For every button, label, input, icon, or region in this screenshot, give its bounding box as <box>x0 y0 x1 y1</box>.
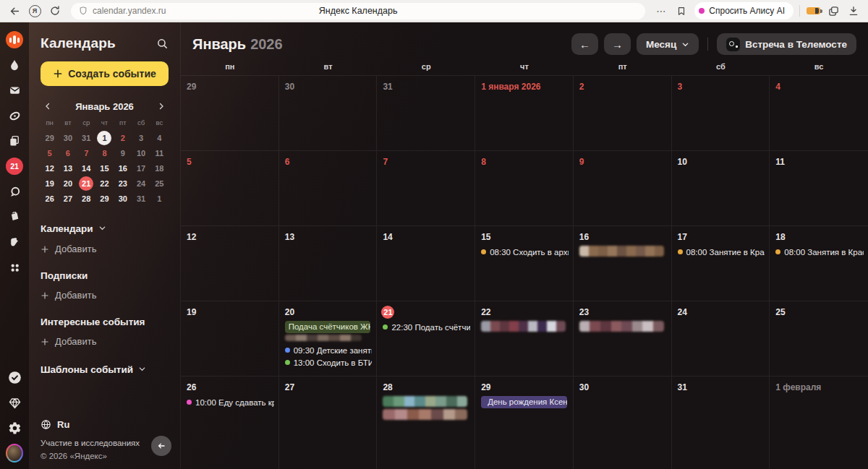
yandex-logo-icon[interactable]: Я <box>27 4 42 18</box>
mini-day-cell[interactable]: 7 <box>77 146 95 160</box>
reload-icon[interactable] <box>48 4 62 18</box>
day-cell[interactable]: 10 <box>672 150 770 225</box>
day-cell[interactable]: 5 <box>181 150 279 225</box>
mini-day-cell[interactable]: 29 <box>41 131 59 145</box>
calendar-app-icon[interactable]: 21 <box>6 158 23 175</box>
mini-day-cell[interactable]: 18 <box>150 161 169 176</box>
mini-day-cell[interactable]: 30 <box>59 131 77 145</box>
view-mode-dropdown[interactable]: Месяц <box>637 33 699 55</box>
more-icon[interactable]: ⋯ <box>654 4 668 18</box>
day-cell[interactable]: 30 <box>574 376 672 469</box>
mini-day-cell[interactable]: 20 <box>59 176 77 191</box>
day-cell[interactable]: 31 <box>672 376 770 469</box>
sidebar-section-header[interactable]: Календари <box>41 222 169 235</box>
day-cell[interactable]: 7 <box>377 150 475 225</box>
prev-month-button[interactable]: ← <box>571 33 598 55</box>
add-item-button[interactable]: Добавить <box>41 336 169 347</box>
mini-day-cell[interactable]: 31 <box>77 131 95 145</box>
day-cell[interactable]: 1708:00 Занятие в Красн... <box>672 225 770 301</box>
ask-alice-button[interactable]: Спросить Алису AI <box>694 2 793 20</box>
mini-day-cell[interactable]: 19 <box>41 176 59 191</box>
day-cell[interactable]: 2122:30 Подать счётчики <box>377 301 475 376</box>
day-cell[interactable]: 1808:00 Занятия в Красн... <box>770 225 868 301</box>
redacted-event[interactable] <box>579 321 664 332</box>
redacted-event[interactable] <box>481 321 566 332</box>
mini-day-cell[interactable]: 9 <box>114 146 132 160</box>
mini-prev-icon[interactable] <box>42 100 54 112</box>
mini-day-cell[interactable]: 26 <box>41 192 59 206</box>
mini-day-cell[interactable]: 10 <box>132 146 150 160</box>
day-cell[interactable]: 16 <box>574 225 672 301</box>
mini-day-cell[interactable]: 27 <box>59 192 77 206</box>
day-cell[interactable]: 9 <box>574 150 672 225</box>
mini-day-cell[interactable]: 6 <box>59 146 77 160</box>
event-item[interactable]: 22:30 Подать счётчики <box>383 321 470 333</box>
settings-gear-icon[interactable] <box>6 419 23 436</box>
collapse-sidebar-button[interactable] <box>151 436 171 456</box>
mini-day-cell[interactable]: 21 <box>77 176 95 191</box>
premium-diamond-icon[interactable] <box>6 394 23 411</box>
back-icon[interactable] <box>7 4 22 18</box>
mini-day-cell[interactable]: 17 <box>132 161 150 176</box>
mini-day-cell[interactable]: 28 <box>77 192 95 206</box>
mini-day-cell[interactable]: 24 <box>132 176 150 191</box>
day-cell[interactable]: 1 февраля <box>770 376 868 469</box>
mini-day-cell[interactable]: 29 <box>95 192 114 206</box>
yandex-id-logo[interactable] <box>6 31 23 48</box>
day-cell[interactable]: 1 января 2026 <box>475 75 574 150</box>
day-cell[interactable]: 25 <box>770 301 868 376</box>
telemost-meeting-button[interactable]: Встреча в Телемосте <box>717 33 856 55</box>
mini-day-cell[interactable]: 3 <box>132 131 150 145</box>
create-event-button[interactable]: Создать событие <box>41 61 169 86</box>
mini-day-cell[interactable]: 30 <box>114 192 132 206</box>
day-cell[interactable]: 2 <box>574 75 672 150</box>
redacted-event[interactable] <box>383 396 467 407</box>
event-item[interactable]: 09:30 Детские занятия <box>285 344 373 356</box>
day-cell[interactable]: 29День рождения Ксен... <box>475 376 574 469</box>
research-link[interactable]: Участие в исследованиях <box>41 439 169 447</box>
day-cell[interactable]: 20Подача счётчиков ЖК П...09:30 Детские … <box>279 301 378 376</box>
event-item[interactable]: 08:30 Сходить в архите... <box>481 246 569 258</box>
address-bar[interactable]: calendar.yandex.ru Яндекс Календарь <box>71 3 645 20</box>
day-cell[interactable]: 3 <box>672 75 770 150</box>
messenger-icon[interactable] <box>6 183 23 200</box>
day-cell[interactable]: 30 <box>279 75 378 150</box>
day-cell[interactable]: 27 <box>279 376 378 469</box>
day-cell[interactable]: 1508:30 Сходить в архите... <box>475 225 574 301</box>
day-cell[interactable]: 31 <box>377 75 475 150</box>
mini-next-icon[interactable] <box>156 100 167 112</box>
mini-day-cell[interactable]: 22 <box>95 176 114 191</box>
mini-day-cell[interactable]: 1 <box>150 192 169 206</box>
sidebar-section-header[interactable]: Шаблоны событий <box>41 363 169 376</box>
event-pill[interactable]: Подача счётчиков ЖК П... <box>285 321 371 333</box>
redacted-event[interactable] <box>285 335 362 341</box>
mini-day-cell[interactable]: 11 <box>150 146 169 160</box>
mini-day-cell[interactable]: 12 <box>41 161 59 176</box>
mini-day-cell[interactable]: 4 <box>150 131 169 145</box>
market-bag-icon[interactable] <box>6 208 23 225</box>
mini-day-cell[interactable]: 14 <box>77 161 95 176</box>
day-cell[interactable]: 29 <box>181 75 279 150</box>
drop-icon[interactable] <box>6 56 23 74</box>
day-cell[interactable]: 12 <box>181 225 279 301</box>
tasks-check-icon[interactable] <box>6 369 23 386</box>
search-icon[interactable] <box>156 38 169 50</box>
day-cell[interactable]: 13 <box>279 225 378 301</box>
collections-icon[interactable] <box>826 4 841 18</box>
mini-day-cell[interactable]: 8 <box>95 146 114 160</box>
event-pill[interactable]: День рождения Ксен... <box>481 396 567 408</box>
redacted-event[interactable] <box>383 409 467 420</box>
mini-day-cell[interactable]: 5 <box>41 146 59 160</box>
day-cell[interactable]: 2610:00 Еду сдавать кровь <box>181 376 279 469</box>
mini-day-cell[interactable]: 13 <box>59 161 77 176</box>
day-cell[interactable]: 28 <box>377 376 475 469</box>
event-item[interactable]: 13:00 Сходить в БТИ п... <box>285 356 373 369</box>
add-item-button[interactable]: Добавить <box>41 244 169 254</box>
mini-day-cell[interactable]: 25 <box>150 176 169 191</box>
day-cell[interactable]: 11 <box>770 150 868 225</box>
next-month-button[interactable]: → <box>604 33 631 55</box>
apps-grid-icon[interactable] <box>6 259 23 276</box>
bookmark-icon[interactable] <box>674 4 689 18</box>
day-cell[interactable]: 4 <box>770 75 868 150</box>
sidebar-section-header[interactable]: Подписки <box>41 270 169 281</box>
